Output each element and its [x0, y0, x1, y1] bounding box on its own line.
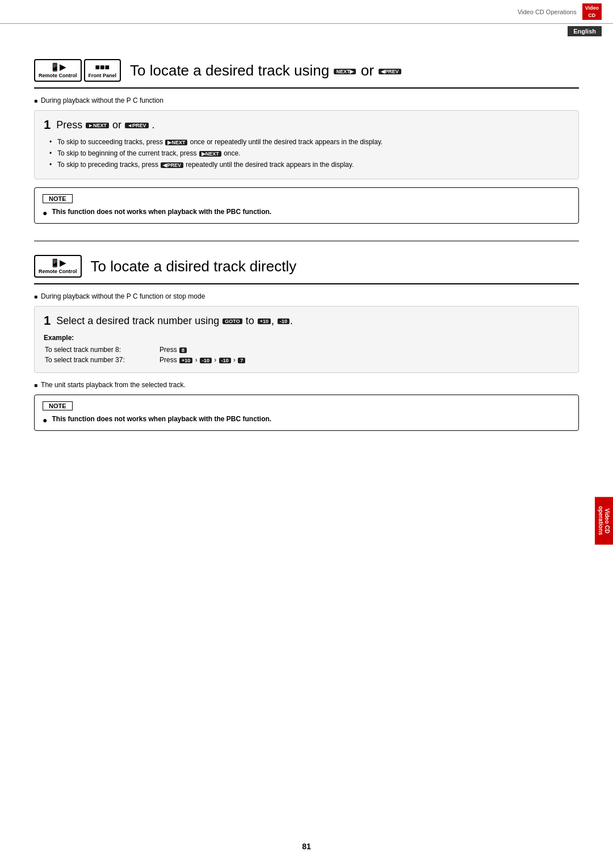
next-btn-title: NEXT▶	[334, 69, 356, 74]
example-label: Example:	[44, 334, 569, 342]
section2-step1: 1 Select a desired track number using GO…	[34, 306, 579, 373]
section2-subsection-label: During playback without the P C function…	[34, 292, 579, 300]
side-tab: Video CDoperations	[595, 497, 613, 544]
section2-note-title: NOTE	[43, 401, 73, 410]
english-badge-row: English	[0, 24, 613, 48]
section2-title-text: To locate a disired track directly	[91, 258, 297, 275]
goto-btn: GOTO	[222, 318, 242, 324]
note-bullet-1: ●	[43, 208, 47, 217]
prev-btn-b3: ◀PREV	[161, 162, 183, 168]
example-row-2: To select track number 37: Press +10 › -…	[45, 355, 568, 364]
unit-starts-label: The unit starts playback from the select…	[34, 381, 579, 389]
section-label: Video CD Operations	[518, 9, 577, 15]
section-divider	[34, 241, 579, 241]
page-number: 81	[302, 842, 311, 851]
next-btn-b2: ▶NEXT	[199, 151, 221, 157]
section1-note-box: NOTE ● This function does not works when…	[34, 187, 579, 224]
remote-control-icon-box-2: 📱▶ Remote Control	[34, 255, 82, 278]
plus10-btn: +10	[258, 318, 271, 324]
btn-minus10-ex1: -10	[200, 358, 212, 363]
section2-note-item: ● This function does not works when play…	[43, 415, 570, 425]
track8-label: To select track number 8:	[45, 345, 158, 354]
section2-title: To locate a disired track directly	[91, 258, 580, 275]
minus10-btn: -10	[278, 318, 289, 324]
btn-7-ex: 7	[238, 358, 245, 363]
section2-block: 📱▶ Remote Control To locate a disired tr…	[34, 255, 579, 431]
btn-minus10-ex2: -10	[219, 358, 231, 363]
cd-text: CD	[588, 12, 595, 19]
track37-label: To select track number 37:	[45, 355, 158, 364]
english-badge: English	[568, 26, 602, 36]
bullet-1: To skip to succeeding tracks, press ▶NEX…	[49, 138, 569, 146]
page-wrapper: Video CD Operations Video CD English 📱▶ …	[0, 0, 613, 868]
section1-title-prefix: To locate a desired track using	[130, 62, 329, 79]
step2-text: Select a desired track number using GOTO…	[56, 315, 293, 326]
example-table: To select track number 8: Press 8 To sel…	[44, 344, 569, 366]
section1-note-item: ● This function does not works when play…	[43, 208, 570, 217]
next-btn-b1: ▶NEXT	[165, 140, 187, 145]
section1-subsection-label: During playback without the P C function	[34, 97, 579, 104]
track37-value: Press +10 › -10 › -10 › 7	[159, 355, 568, 364]
bullet-3: To skip to preceding tracks, press ◀PREV…	[49, 161, 569, 169]
section1-title-or: or	[361, 62, 378, 79]
btn-8: 8	[179, 347, 187, 353]
remote-icon-graphic-2: 📱▶	[39, 258, 77, 267]
section1-step1: 1 Press ►NEXT or ◄PREV . To skip to succ…	[34, 110, 579, 179]
device-icons-2: 📱▶ Remote Control	[34, 255, 82, 278]
unit-starts-text: The unit starts playback from the select…	[41, 381, 186, 389]
step1-number: 1	[44, 118, 51, 132]
section2-note-text: This function does not works when playba…	[52, 415, 271, 423]
section1-subsection-text: During playback without the P C function	[41, 97, 163, 104]
example-row-1: To select track number 8: Press 8	[45, 345, 568, 354]
section2-note-box: NOTE ● This function does not works when…	[34, 395, 579, 431]
remote-label: Remote Control	[39, 73, 77, 78]
btn-plus10-ex: +10	[179, 358, 192, 363]
section1-header: 📱▶ Remote Control ■■■ Front Panel To loc…	[34, 59, 579, 89]
bullet-2: To skip to beginning of the current trac…	[49, 149, 569, 157]
remote-label-2: Remote Control	[39, 269, 77, 274]
next-btn-step: ►NEXT	[86, 123, 109, 128]
example-block: Example: To select track number 8: Press…	[44, 334, 569, 366]
prev-btn-title: ◀PREV	[379, 69, 401, 74]
section1-note-text: This function does not works when playba…	[52, 208, 271, 216]
section2-subsection-text: During playback without the P C function…	[41, 292, 205, 300]
section1-title: To locate a desired track using NEXT▶ or…	[130, 62, 579, 79]
video-cd-badge: Video CD	[582, 3, 602, 20]
note-bullet-2: ●	[43, 416, 47, 425]
section1-bullets: To skip to succeeding tracks, press ▶NEX…	[44, 138, 569, 169]
panel-label: Front Panel	[89, 73, 117, 78]
remote-icon-graphic: 📱▶	[39, 62, 77, 72]
section2-header: 📱▶ Remote Control To locate a disired tr…	[34, 255, 579, 284]
front-panel-icon-box: ■■■ Front Panel	[84, 59, 121, 82]
track8-value: Press 8	[159, 345, 568, 354]
prev-btn-step: ◄PREV	[125, 123, 148, 128]
section1-note-title: NOTE	[43, 194, 73, 203]
step2-number: 1	[44, 313, 51, 328]
remote-control-icon-box: 📱▶ Remote Control	[34, 59, 82, 82]
step1-text: Press ►NEXT or ◄PREV .	[56, 119, 154, 131]
video-text: Video	[585, 5, 599, 12]
main-content: 📱▶ Remote Control ■■■ Front Panel To loc…	[0, 48, 613, 471]
header-row: Video CD Operations Video CD	[0, 0, 613, 23]
device-icons-1: 📱▶ Remote Control ■■■ Front Panel	[34, 59, 121, 82]
section1-block: 📱▶ Remote Control ■■■ Front Panel To loc…	[34, 59, 579, 224]
side-tab-text: Video CDoperations	[598, 506, 610, 535]
panel-icon-graphic: ■■■	[89, 62, 117, 72]
